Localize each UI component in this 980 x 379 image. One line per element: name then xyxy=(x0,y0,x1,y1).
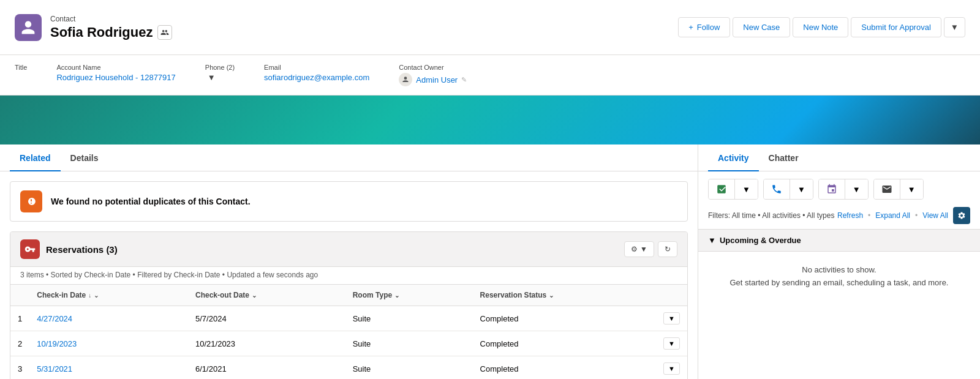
sort-chevron-icon[interactable]: ⌄ xyxy=(94,292,99,299)
checkout-date: 5/7/2024 xyxy=(188,306,345,331)
reservations-section: Reservations (3) ⚙ ▼ ↻ 3 items • Sorted … xyxy=(10,231,688,379)
duplicate-banner: We found no potential duplicates of this… xyxy=(10,181,688,222)
header-name-row: Sofia Rodriguez xyxy=(50,24,172,40)
reservations-title-row: Reservations (3) xyxy=(20,239,118,259)
email-label: Email xyxy=(264,64,369,71)
owner-edit-icon[interactable]: ✎ xyxy=(461,76,467,84)
page-header: Contact Sofia Rodriguez + Follow New Cas… xyxy=(0,0,980,55)
table-row: 2 10/19/2023 10/21/2023 Suite Completed … xyxy=(10,331,687,356)
col-num xyxy=(10,285,29,306)
event-button-group: ▼ xyxy=(818,179,869,200)
send-email-button[interactable] xyxy=(874,179,900,199)
filters-text: Filters: All time • All activities • All… xyxy=(708,211,834,220)
view-all-link[interactable]: View All xyxy=(922,211,948,220)
row-number: 1 xyxy=(10,306,29,331)
reservations-settings-button[interactable]: ⚙ ▼ xyxy=(624,241,654,257)
header-left: Contact Sofia Rodriguez xyxy=(15,14,172,41)
row-action-button[interactable]: ▼ xyxy=(663,337,680,350)
row-number: 3 xyxy=(10,356,29,380)
header-actions: + Follow New Case New Note Submit for Ap… xyxy=(678,17,965,37)
title-field: Title xyxy=(15,64,27,82)
upcoming-section-header[interactable]: ▼ Upcoming & Overdue xyxy=(698,229,980,252)
left-tabs: Related Details xyxy=(0,144,698,171)
owner-link[interactable]: Admin User xyxy=(416,75,458,84)
row-action-button[interactable]: ▼ xyxy=(663,312,680,325)
tab-activity[interactable]: Activity xyxy=(708,144,759,171)
reservations-icon xyxy=(20,239,40,259)
more-actions-button[interactable]: ▼ xyxy=(944,17,965,37)
reservation-status: Completed xyxy=(473,356,657,380)
refresh-icon: ↻ xyxy=(665,245,671,253)
follow-button[interactable]: + Follow xyxy=(678,17,730,37)
email-link[interactable]: sofiarodriguez@example.com xyxy=(264,73,369,82)
owner-field: Contact Owner Admin User ✎ xyxy=(399,64,467,86)
activity-settings-button[interactable] xyxy=(953,207,970,224)
hero-background xyxy=(0,96,980,144)
chevron-down-icon: ▼ xyxy=(640,245,647,253)
row-action-cell: ▼ xyxy=(656,306,687,331)
status-sort-icon[interactable]: ⌄ xyxy=(549,292,554,299)
reservations-subtitle: 3 items • Sorted by Check-in Date • Filt… xyxy=(10,267,687,285)
phone-dropdown-icon[interactable]: ▼ xyxy=(208,73,216,82)
table-row: 3 5/31/2021 6/1/2021 Suite Completed ▼ xyxy=(10,356,687,380)
gear-icon: ⚙ xyxy=(631,245,638,253)
new-note-button[interactable]: New Note xyxy=(793,17,848,37)
filters-row: Filters: All time • All activities • All… xyxy=(698,207,980,229)
task-button-group: ▼ xyxy=(708,179,758,200)
tab-details[interactable]: Details xyxy=(61,144,108,171)
task-dropdown-button[interactable]: ▼ xyxy=(735,179,758,199)
activity-toolbar: ▼ ▼ ▼ xyxy=(698,171,980,207)
no-activities-line1: No activities to show. xyxy=(708,264,970,277)
duplicate-icon xyxy=(20,190,42,212)
contact-name: Sofia Rodriguez xyxy=(50,24,153,40)
event-dropdown-button[interactable]: ▼ xyxy=(845,179,868,199)
header-title-group: Contact Sofia Rodriguez xyxy=(50,15,172,40)
contact-record-icon xyxy=(15,14,42,41)
new-event-button[interactable] xyxy=(819,179,845,199)
sort-down-icon[interactable]: ↓ xyxy=(88,292,91,299)
table-header-row: Check-in Date ↓ ⌄ Check-out Date ⌄ xyxy=(10,285,687,306)
email-button-group: ▼ xyxy=(873,179,924,200)
record-type-label: Contact xyxy=(50,15,172,23)
new-task-button[interactable] xyxy=(709,179,735,199)
room-type: Suite xyxy=(345,306,473,331)
owner-avatar xyxy=(399,73,412,86)
account-link[interactable]: Rodriguez Household - 12877917 xyxy=(56,73,175,82)
refresh-link[interactable]: Refresh xyxy=(837,211,863,220)
email-field: Email sofiarodriguez@example.com xyxy=(264,64,369,82)
tab-related[interactable]: Related xyxy=(10,144,61,171)
title-label: Title xyxy=(15,64,27,71)
submit-approval-button[interactable]: Submit for Approval xyxy=(851,17,941,37)
checkin-date: 4/27/2024 xyxy=(29,306,188,331)
table-row: 1 4/27/2024 5/7/2024 Suite Completed ▼ xyxy=(10,306,687,331)
upcoming-body: No activities to show. Get started by se… xyxy=(698,252,980,302)
checkin-date: 10/19/2023 xyxy=(29,331,188,356)
roomtype-sort-icon[interactable]: ⌄ xyxy=(394,292,399,299)
account-label: Account Name xyxy=(56,64,175,71)
account-name-field: Account Name Rodriguez Household - 12877… xyxy=(56,64,175,82)
activity-links: Refresh • Expand All • View All xyxy=(837,211,948,220)
right-panel: Activity Chatter ▼ ▼ xyxy=(698,144,980,379)
reservations-table: Check-in Date ↓ ⌄ Check-out Date ⌄ xyxy=(10,285,687,379)
change-record-type-icon[interactable] xyxy=(157,25,172,40)
row-action-cell: ▼ xyxy=(656,356,687,380)
main-content: Related Details We found no potential du… xyxy=(0,144,980,379)
log-call-button[interactable] xyxy=(764,179,790,199)
phone-label: Phone (2) xyxy=(205,64,235,71)
col-status: Reservation Status ⌄ xyxy=(473,285,657,306)
reservations-refresh-button[interactable]: ↻ xyxy=(658,241,677,257)
room-type: Suite xyxy=(345,356,473,380)
plus-icon: + xyxy=(688,23,693,32)
new-case-button[interactable]: New Case xyxy=(733,17,790,37)
row-action-button[interactable]: ▼ xyxy=(663,362,680,375)
reservation-status: Completed xyxy=(473,306,657,331)
tab-chatter[interactable]: Chatter xyxy=(759,144,809,171)
room-type: Suite xyxy=(345,331,473,356)
email-dropdown-button[interactable]: ▼ xyxy=(900,179,923,199)
call-dropdown-button[interactable]: ▼ xyxy=(790,179,813,199)
checkout-sort-icon[interactable]: ⌄ xyxy=(252,292,257,299)
duplicate-message: We found no potential duplicates of this… xyxy=(51,197,251,206)
expand-all-link[interactable]: Expand All xyxy=(875,211,910,220)
row-action-cell: ▼ xyxy=(656,331,687,356)
reservations-title: Reservations (3) xyxy=(46,244,118,255)
